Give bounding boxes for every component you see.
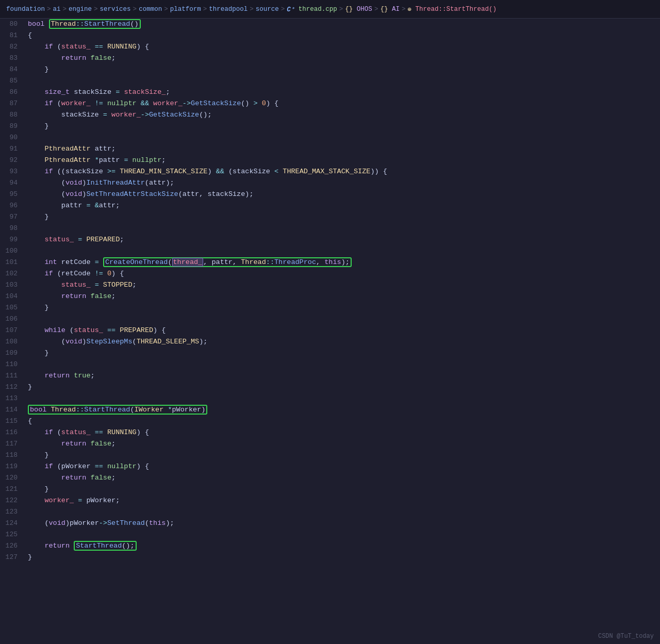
code-line-123: 123	[0, 506, 660, 518]
code-line-101: 101 int retCode = CreateOneThread(thread…	[0, 257, 660, 268]
bc-common[interactable]: common	[139, 6, 162, 13]
bc-source[interactable]: source	[256, 6, 279, 13]
code-line-83: 83 return false;	[0, 53, 660, 64]
code-line-126: 126 return StartThread();	[0, 540, 660, 552]
bc-foundation[interactable]: foundation	[6, 6, 45, 13]
code-line-84: 84 }	[0, 64, 660, 75]
bc-filename[interactable]: thread.cpp	[299, 6, 337, 13]
code-line-124: 124 (void)pWorker->SetThread(this);	[0, 518, 660, 529]
code-line-92: 92 PthreadAttr *pattr = nullptr;	[0, 155, 660, 166]
code-line-113: 113	[0, 393, 660, 404]
code-line-116: 116 if (status_ == RUNNING) {	[0, 427, 660, 438]
code-line-94: 94 (void)InitThreadAttr(attr);	[0, 177, 660, 189]
code-line-103: 103 status_ = STOPPED;	[0, 279, 660, 291]
code-line-118: 118 }	[0, 450, 660, 461]
code-line-111: 111 return true;	[0, 370, 660, 382]
code-line-115: 115 {	[0, 416, 660, 427]
code-line-114: 114 bool Thread::StartThread(IWorker *pW…	[0, 404, 660, 416]
code-line-112: 112 }	[0, 382, 660, 393]
bc-platform[interactable]: platform	[170, 6, 201, 13]
bc-ai-icon: {}	[380, 6, 388, 13]
bc-ai-ns[interactable]: AI	[392, 6, 400, 13]
code-line-91: 91 PthreadAttr attr;	[0, 143, 660, 155]
code-line-90: 90	[0, 132, 660, 143]
code-line-110: 110	[0, 359, 660, 370]
bc-fn-name[interactable]: Thread::StartThread()	[416, 6, 497, 13]
code-line-117: 117 return false;	[0, 438, 660, 450]
code-line-85: 85	[0, 75, 660, 87]
bc-ai[interactable]: ai	[53, 6, 61, 13]
code-line-106: 106	[0, 313, 660, 325]
bc-ohos-icon: {}	[345, 6, 353, 13]
code-line-96: 96 pattr = &attr;	[0, 200, 660, 211]
bc-ohos[interactable]: OHOS	[357, 6, 372, 13]
code-line-125: 125	[0, 529, 660, 540]
code-line-93: 93 if ((stackSize >= THREAD_MIN_STACK_SI…	[0, 166, 660, 177]
bc-threadpool[interactable]: threadpool	[209, 6, 248, 13]
code-line-127: 127 }	[0, 552, 660, 563]
code-line-81: 81 {	[0, 30, 660, 41]
code-line-98: 98	[0, 223, 660, 234]
bc-engine[interactable]: engine	[69, 6, 92, 13]
code-line-104: 104 return false;	[0, 291, 660, 302]
code-line-95: 95 (void)SetThreadAttrStackSize(attr, st…	[0, 189, 660, 200]
code-line-121: 121 }	[0, 484, 660, 495]
code-line-88: 88 stackSize = worker_->GetStackSize();	[0, 109, 660, 121]
watermark: CSDN @TuT_today	[598, 633, 654, 640]
code-line-105: 105 }	[0, 302, 660, 313]
code-editor: 80 bool Thread::StartThread() 81 { 82 if…	[0, 19, 660, 563]
code-line-120: 120 return false;	[0, 472, 660, 484]
code-line-80: 80 bool Thread::StartThread()	[0, 19, 660, 30]
code-line-119: 119 if (pWorker == nullptr) {	[0, 461, 660, 472]
code-line-122: 122 worker_ = pWorker;	[0, 495, 660, 506]
code-line-82: 82 if (status_ == RUNNING) {	[0, 41, 660, 53]
breadcrumb: foundation > ai > engine > services > co…	[0, 0, 660, 19]
code-line-87: 87 if (worker_ != nullptr && worker_->Ge…	[0, 98, 660, 109]
bc-fn-icon: ⊕	[407, 5, 411, 13]
bc-services[interactable]: services	[100, 6, 131, 13]
code-line-107: 107 while (status_ == PREPARED) {	[0, 325, 660, 336]
code-line-108: 108 (void)StepSleepMs(THREAD_SLEEP_MS);	[0, 336, 660, 348]
code-line-86: 86 size_t stackSize = stackSize_;	[0, 87, 660, 98]
code-line-100: 100	[0, 245, 660, 257]
code-line-89: 89 }	[0, 121, 660, 132]
code-line-99: 99 status_ = PREPARED;	[0, 234, 660, 245]
code-line-97: 97 }	[0, 211, 660, 223]
bc-file-icon: C⁺	[287, 5, 294, 13]
code-line-109: 109 }	[0, 348, 660, 359]
code-line-102: 102 if (retCode != 0) {	[0, 268, 660, 279]
